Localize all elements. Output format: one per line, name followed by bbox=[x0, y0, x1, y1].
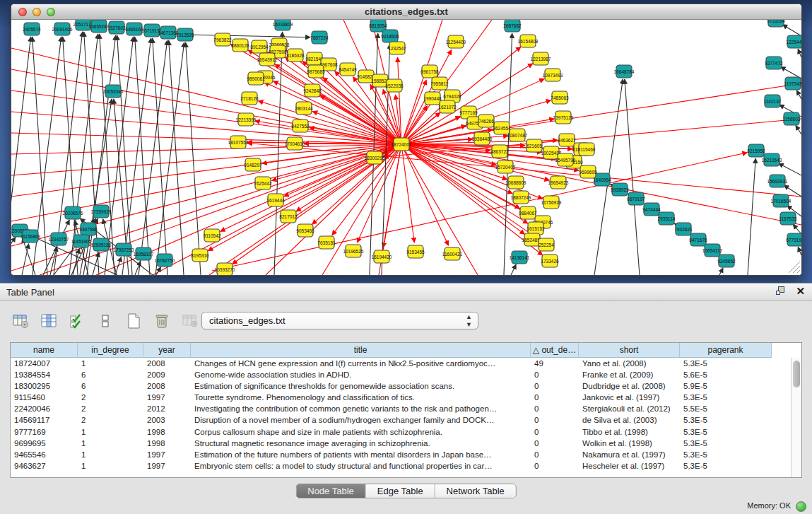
graph-node[interactable]: 8454749 bbox=[339, 63, 357, 76]
graph-node[interactable]: 8215958 bbox=[747, 144, 765, 157]
graph-node[interactable]: 8427552 bbox=[291, 119, 310, 132]
graph-node[interactable]: 10807487 bbox=[507, 129, 528, 141]
graph-node[interactable]: 17957253 bbox=[114, 243, 134, 256]
graph-node[interactable]: 7635181 bbox=[317, 236, 336, 249]
graph-node[interactable]: 9731054 bbox=[767, 20, 785, 27]
column-header-title[interactable]: title bbox=[191, 343, 531, 358]
graph-node[interactable]: 8938923 bbox=[611, 183, 629, 196]
graph-node[interactable]: 11451905 bbox=[71, 235, 92, 247]
graph-node[interactable]: 16033809 bbox=[273, 20, 293, 30]
close-panel-icon[interactable]: ✕ bbox=[796, 286, 805, 296]
table-row[interactable]: 1830029562008Estimation of significance … bbox=[11, 380, 791, 392]
graph-node[interactable]: 11156869 bbox=[20, 230, 40, 243]
graph-node[interactable]: 14136141 bbox=[510, 251, 530, 264]
graph-node[interactable]: 9397588 bbox=[79, 223, 98, 235]
graph-node[interactable]: 9463627 bbox=[558, 134, 576, 146]
graph-node[interactable]: 7955812 bbox=[430, 77, 449, 90]
column-header-short[interactable]: short bbox=[579, 343, 680, 358]
graph-node[interactable]: 16958107 bbox=[134, 247, 154, 260]
graph-node[interactable]: 18300295 bbox=[365, 151, 385, 164]
tab-network-table[interactable]: Network Table bbox=[435, 484, 516, 498]
graph-node[interactable]: 6961758 bbox=[420, 65, 439, 78]
graph-node[interactable]: 10393270 bbox=[215, 263, 235, 275]
graph-node[interactable]: 746266 bbox=[478, 115, 494, 127]
graph-node[interactable]: 7932621 bbox=[674, 223, 693, 235]
table-selector-dropdown[interactable]: citations_edges.txt ▲▼ bbox=[201, 312, 478, 329]
graph-node[interactable]: 15720407 bbox=[495, 160, 516, 173]
graph-node[interactable]: 2687682 bbox=[503, 20, 522, 32]
graph-node[interactable]: 16543912 bbox=[257, 53, 278, 66]
graph-node[interactable]: 1158803 bbox=[783, 112, 801, 125]
graph-node[interactable]: 9115460 bbox=[578, 143, 596, 156]
table-row[interactable]: 911546021997Tourette syndrome. Phenomeno… bbox=[11, 392, 791, 403]
graph-node[interactable]: 6779197 bbox=[786, 233, 801, 246]
graph-node[interactable]: 17359928 bbox=[91, 205, 112, 218]
graph-node[interactable]: 10196525 bbox=[343, 245, 364, 257]
graph-node[interactable]: 8471676 bbox=[689, 233, 707, 246]
graph-node[interactable]: 2718126 bbox=[240, 92, 259, 105]
graph-node[interactable]: 10688809 bbox=[506, 176, 526, 189]
graph-node[interactable]: 9884067 bbox=[519, 206, 537, 219]
graph-node[interactable]: 8217012 bbox=[279, 210, 298, 223]
graph-node[interactable]: 9890061 bbox=[247, 72, 265, 85]
table-row[interactable]: 946362711997Embryonic stem cells: a mode… bbox=[11, 460, 791, 472]
graph-node[interactable]: 11600421 bbox=[442, 247, 463, 260]
graph-node[interactable]: 12213399 bbox=[236, 113, 257, 126]
column-header-name[interactable]: name bbox=[11, 343, 78, 358]
citation-network-graph[interactable]: 2405574200914062051717510655287152760264… bbox=[11, 20, 801, 275]
graph-node[interactable]: 1733426 bbox=[541, 255, 559, 267]
graph-node[interactable]: 8860128 bbox=[231, 39, 249, 52]
table-row[interactable]: 2242004622012Investigating the contribut… bbox=[11, 403, 791, 414]
delete-rows-icon[interactable] bbox=[151, 310, 172, 332]
graph-node[interactable]: 2405574 bbox=[23, 23, 41, 35]
table-row[interactable]: 969969511998Structural magnetic resonanc… bbox=[11, 438, 791, 449]
graph-node[interactable]: 252254 bbox=[539, 238, 554, 251]
graph-node[interactable]: 12342757 bbox=[49, 233, 69, 245]
graph-node[interactable]: 9245652 bbox=[717, 255, 736, 267]
graph-node[interactable]: 7513526 bbox=[176, 28, 194, 41]
graph-node[interactable]: 9474444 bbox=[642, 203, 661, 216]
graph-node[interactable]: 7625442 bbox=[254, 177, 272, 189]
new-table-icon[interactable] bbox=[123, 310, 144, 332]
graph-node[interactable]: 1621072 bbox=[438, 100, 457, 113]
graph-node[interactable]: 9875685 bbox=[307, 65, 325, 78]
graph-node[interactable]: 1527602 bbox=[107, 21, 126, 34]
graph-node[interactable]: 9053465 bbox=[296, 224, 314, 237]
graph-node[interactable]: 6679197 bbox=[627, 192, 645, 205]
graph-node[interactable]: 1197343 bbox=[784, 77, 801, 90]
graph-node[interactable]: 6466160 bbox=[125, 23, 143, 35]
graph-node[interactable]: 11254409 bbox=[446, 35, 466, 48]
table-vertical-scrollbar[interactable] bbox=[791, 358, 801, 477]
select-columns-icon[interactable] bbox=[66, 310, 88, 332]
scrollbar-thumb[interactable] bbox=[793, 361, 800, 387]
graph-node[interactable]: 16194420 bbox=[372, 250, 392, 263]
graph-node[interactable]: 9110542 bbox=[204, 229, 221, 242]
graph-node[interactable]: 1167533 bbox=[779, 212, 797, 225]
graph-node[interactable]: 7963822 bbox=[213, 33, 232, 46]
column-header-in_degree[interactable]: in_degree bbox=[78, 343, 143, 358]
graph-node[interactable]: 15495796 bbox=[555, 153, 576, 166]
graph-node[interactable]: 10756928 bbox=[541, 196, 562, 209]
graph-node[interactable]: 9699695 bbox=[579, 165, 597, 178]
memory-status-indicator[interactable] bbox=[796, 501, 806, 512]
graph-node[interactable]: 1232547 bbox=[388, 42, 406, 54]
graph-node[interactable]: 13975125 bbox=[553, 111, 574, 124]
graph-node[interactable]: 1615152 bbox=[526, 222, 545, 235]
graph-node[interactable]: 10973493 bbox=[543, 69, 563, 81]
table-settings-icon[interactable] bbox=[10, 310, 31, 332]
graph-node[interactable]: 9153455 bbox=[406, 245, 425, 258]
graph-node[interactable]: 18107554 bbox=[228, 136, 249, 148]
graph-node[interactable]: 8912954 bbox=[250, 40, 269, 53]
graph-node[interactable]: 7485063 bbox=[551, 91, 569, 104]
graph-node[interactable]: 17016504 bbox=[771, 194, 792, 207]
graph-node[interactable]: 1990448 bbox=[423, 92, 442, 105]
graph-node[interactable]: 16648784 bbox=[614, 65, 635, 78]
column-header-out_de[interactable]: △ out_de… bbox=[531, 343, 579, 358]
column-mapping-icon[interactable] bbox=[38, 310, 59, 332]
graph-node[interactable]: 15692931 bbox=[767, 175, 788, 187]
column-header-year[interactable]: year bbox=[143, 343, 191, 358]
graph-node[interactable]: 20053346 bbox=[103, 85, 124, 98]
graph-node[interactable]: 17004610 bbox=[285, 137, 305, 150]
table-panel-header[interactable]: Table Panel ✕ bbox=[0, 284, 812, 301]
graph-node[interactable]: 8186328 bbox=[286, 49, 305, 62]
